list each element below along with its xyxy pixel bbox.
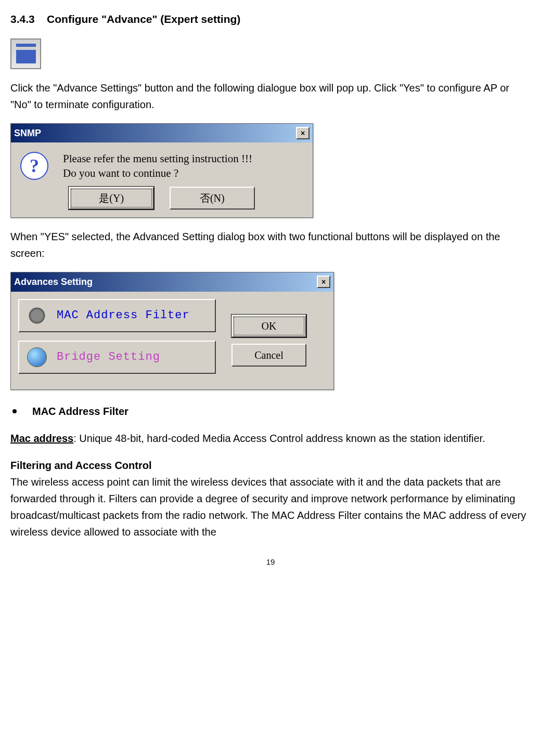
dialog-line-1: Please refer the menu setting instructio…	[63, 152, 252, 166]
advance-settings-toolbar-icon[interactable]	[10, 38, 41, 69]
cancel-button[interactable]: Cancel	[232, 344, 306, 367]
mac-address-filter-button[interactable]: MAC Address Filter	[18, 299, 216, 332]
section-heading: 3.4.3 Configure "Advance" (Expert settin…	[10, 10, 531, 28]
ok-button[interactable]: OK	[232, 315, 306, 337]
dialog2-title: Advances Setting	[14, 275, 93, 290]
dialog-message: Please refer the menu setting instructio…	[63, 152, 252, 180]
bullet-icon	[12, 409, 17, 413]
filtering-heading: Filtering and Access Control	[10, 457, 531, 474]
filtering-body: The wireless access point can limit the …	[10, 474, 531, 540]
paragraph-1: Click the "Advance Settings" button and …	[10, 80, 531, 113]
bridge-label: Bridge Setting	[57, 348, 160, 366]
dialog-title: SNMP	[14, 126, 41, 141]
page-icon	[16, 44, 36, 63]
dialog-titlebar: SNMP ×	[11, 124, 313, 143]
yes-button[interactable]: 是(Y)	[69, 187, 154, 210]
dialog-line-2: Do you want to continue ?	[63, 166, 252, 180]
gear-icon	[27, 305, 47, 326]
dialog2-titlebar: Advances Setting ×	[11, 272, 333, 292]
mac-address-filter-heading: MAC Address Filter	[10, 403, 531, 420]
advanced-setting-dialog: Advances Setting × MAC Address Filter Br…	[10, 272, 334, 390]
page-number: 19	[10, 556, 531, 568]
close-icon[interactable]: ×	[317, 276, 330, 288]
mac-address-desc: : Unique 48-bit, hard-coded Media Access…	[73, 433, 485, 444]
question-icon: ?	[20, 152, 48, 180]
section-number: 3.4.3	[10, 13, 35, 25]
bullet-heading-text: MAC Address Filter	[32, 403, 128, 420]
globe-icon	[27, 347, 47, 368]
bridge-setting-button[interactable]: Bridge Setting	[18, 341, 216, 374]
no-button[interactable]: 否(N)	[170, 187, 255, 210]
mac-filter-label: MAC Address Filter	[57, 306, 190, 324]
paragraph-2: When "YES" selected, the Advanced Settin…	[10, 228, 531, 262]
snmp-confirm-dialog: SNMP × ? Please refer the menu setting i…	[10, 123, 313, 218]
mac-address-definition: Mac address: Unique 48-bit, hard-coded M…	[10, 430, 531, 447]
mac-address-term: Mac address	[10, 433, 73, 444]
section-title: Configure "Advance" (Expert setting)	[47, 13, 240, 25]
close-icon[interactable]: ×	[296, 127, 310, 139]
